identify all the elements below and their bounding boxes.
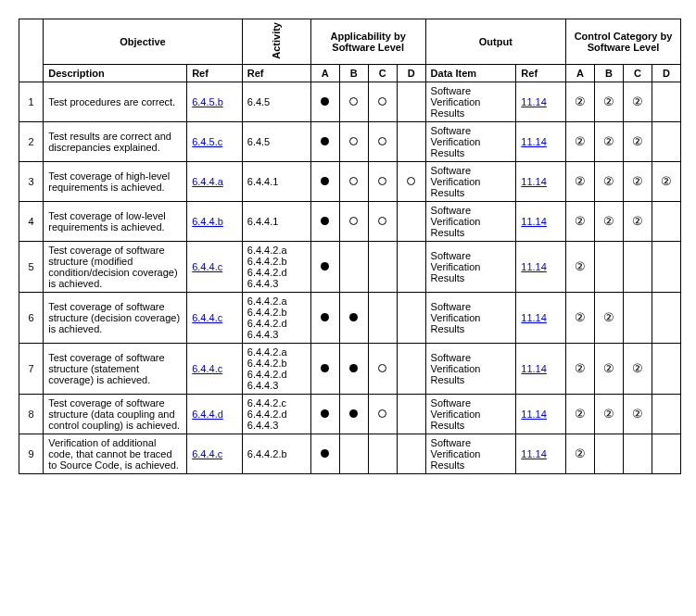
control-D — [652, 121, 680, 161]
dot-open-icon — [407, 177, 415, 185]
row-activity-ref: 6.4.4.2.a6.4.4.2.b6.4.4.2.d6.4.4.3 — [242, 343, 310, 394]
out-ref-link[interactable]: 11.14 — [521, 312, 547, 323]
applic-C — [368, 241, 397, 292]
out-ref-link[interactable]: 11.14 — [521, 176, 547, 187]
applic-D — [397, 161, 425, 201]
row-number: 8 — [19, 394, 44, 434]
dot-filled-icon — [321, 97, 329, 106]
dot-filled-icon — [349, 364, 358, 372]
applic-D — [397, 82, 425, 121]
applic-B — [339, 394, 368, 434]
control-A: ② — [565, 201, 594, 241]
applic-C — [368, 82, 397, 121]
row-out-ref: 11.14 — [516, 121, 566, 161]
control-A: ② — [565, 434, 594, 473]
applic-A — [310, 201, 339, 241]
row-number: 5 — [19, 241, 44, 292]
out-ref-link[interactable]: 11.14 — [521, 216, 547, 227]
table-row: 9 Verification of additional code, that … — [19, 434, 681, 473]
table-row: 1 Test procedures are correct. 6.4.5.b 6… — [19, 82, 681, 121]
dot-open-icon — [378, 97, 386, 106]
row-activity-ref: 6.4.4.1 — [242, 201, 310, 241]
applic-C — [368, 343, 397, 394]
applic-A — [310, 292, 339, 343]
dot-open-icon — [349, 137, 358, 145]
control-C: ② — [623, 394, 652, 434]
applic-D — [397, 434, 425, 473]
obj-ref-link[interactable]: 6.4.4.d — [192, 409, 223, 420]
dot-open-icon — [378, 364, 386, 372]
row-obj-ref: 6.4.4.c — [187, 292, 243, 343]
control-A: ② — [565, 161, 594, 201]
row-data-item: Software Verification Results — [425, 241, 516, 292]
out-ref-link[interactable]: 11.14 — [521, 261, 547, 272]
dot-open-icon — [378, 409, 386, 418]
out-ref-link[interactable]: 11.14 — [521, 448, 547, 459]
table-row: 2 Test results are correct and discrepan… — [19, 121, 681, 161]
applic-A — [310, 343, 339, 394]
row-description: Test coverage of software structure (dec… — [44, 292, 187, 343]
control-A: ② — [565, 394, 594, 434]
row-obj-ref: 6.4.4.d — [187, 394, 243, 434]
row-activity-ref: 6.4.4.2.c6.4.4.2.d6.4.4.3 — [242, 394, 310, 434]
row-number: 9 — [19, 434, 44, 473]
obj-ref-link[interactable]: 6.4.4.c — [192, 312, 222, 323]
obj-ref-link[interactable]: 6.4.4.b — [192, 216, 223, 227]
obj-ref-link[interactable]: 6.4.5.b — [192, 96, 223, 107]
table-row: 5 Test coverage of software structure (m… — [19, 241, 681, 292]
table-row: 6 Test coverage of software structure (d… — [19, 292, 681, 343]
control-D — [652, 241, 680, 292]
control-B: ② — [594, 292, 623, 343]
out-ref-link[interactable]: 11.14 — [521, 136, 547, 147]
applic-A — [310, 241, 339, 292]
row-out-ref: 11.14 — [516, 394, 566, 434]
applic-A — [310, 434, 339, 473]
row-activity-ref: 6.4.4.1 — [242, 161, 310, 201]
control-A: ② — [565, 82, 594, 121]
control-B — [594, 241, 623, 292]
control-B: ② — [594, 201, 623, 241]
control-C — [623, 434, 652, 473]
row-data-item: Software Verification Results — [425, 434, 516, 473]
row-activity-ref: 6.4.4.2.a6.4.4.2.b6.4.4.2.d6.4.4.3 — [242, 241, 310, 292]
row-description: Test coverage of software structure (dat… — [44, 394, 187, 434]
row-number: 2 — [19, 121, 44, 161]
applic-C — [368, 201, 397, 241]
applic-A — [310, 394, 339, 434]
out-ref-link[interactable]: 11.14 — [521, 96, 547, 107]
applic-B — [339, 201, 368, 241]
out-ref-link[interactable]: 11.14 — [521, 363, 547, 374]
applic-D — [397, 292, 425, 343]
control-B: ② — [594, 121, 623, 161]
control-C: ② — [623, 82, 652, 121]
row-description: Test coverage of software structure (mod… — [44, 241, 187, 292]
row-obj-ref: 6.4.4.c — [187, 241, 243, 292]
applic-D — [397, 343, 425, 394]
dot-open-icon — [349, 97, 358, 106]
applic-C — [368, 394, 397, 434]
control-C: ② — [623, 121, 652, 161]
control-D — [652, 292, 680, 343]
obj-ref-link[interactable]: 6.4.4.c — [192, 448, 222, 459]
row-out-ref: 11.14 — [516, 82, 566, 121]
obj-ref-link[interactable]: 6.4.5.c — [192, 136, 222, 147]
obj-ref-link[interactable]: 6.4.4.c — [192, 261, 222, 272]
dot-open-icon — [378, 137, 386, 145]
dot-filled-icon — [321, 217, 329, 225]
obj-ref-link[interactable]: 6.4.4.c — [192, 363, 222, 374]
applic-B — [339, 121, 368, 161]
row-number: 7 — [19, 343, 44, 394]
row-description: Verification of additional code, that ca… — [44, 434, 187, 473]
control-B: ② — [594, 394, 623, 434]
applic-D — [397, 394, 425, 434]
row-data-item: Software Verification Results — [425, 394, 516, 434]
dot-filled-icon — [321, 409, 329, 418]
objectives-table: Objective Activity Applicability by Soft… — [19, 19, 681, 474]
control-A: ② — [565, 121, 594, 161]
applic-C — [368, 434, 397, 473]
control-C — [623, 241, 652, 292]
control-B: ② — [594, 343, 623, 394]
applic-B — [339, 161, 368, 201]
out-ref-link[interactable]: 11.14 — [521, 409, 547, 420]
obj-ref-link[interactable]: 6.4.4.a — [192, 176, 223, 187]
